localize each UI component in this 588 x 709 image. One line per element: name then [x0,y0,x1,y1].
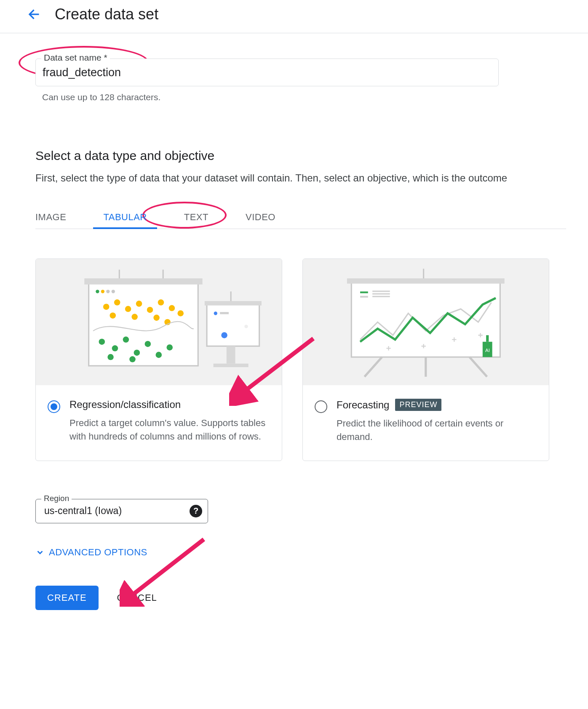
svg-point-26 [156,352,162,358]
svg-point-25 [145,341,151,347]
cancel-button[interactable]: CANCEL [117,592,157,603]
chevron-down-icon [35,548,45,557]
card-illustration: AI [303,259,549,385]
svg-point-12 [136,301,142,307]
svg-point-28 [108,354,114,360]
card-desc-forecasting: Predict the likelihood of certain events… [337,417,537,444]
objective-card-regression[interactable]: Regression/classification Predict a targ… [35,259,282,461]
svg-rect-36 [220,312,229,314]
svg-point-9 [103,304,110,310]
advanced-options-label: ADVANCED OPTIONS [49,547,147,558]
svg-point-6 [101,290,104,293]
section-description: First, select the type of data that your… [35,172,588,184]
dataset-name-helper: Can use up to 128 characters. [42,92,588,102]
tab-text[interactable]: TEXT [184,206,208,229]
section-title: Select a data type and objective [35,149,588,163]
svg-point-23 [123,336,129,343]
svg-point-8 [112,290,115,293]
radio-regression[interactable] [48,400,60,413]
svg-point-24 [134,349,140,356]
svg-rect-1 [89,283,198,366]
svg-line-50 [365,357,382,377]
card-desc-regression: Predict a target column's value. Support… [69,416,270,443]
svg-rect-33 [227,346,235,364]
region-value: us-central1 (Iowa) [44,505,122,517]
svg-point-14 [158,299,164,306]
svg-line-51 [470,357,487,377]
svg-point-35 [214,312,217,315]
svg-rect-44 [372,291,390,292]
svg-rect-2 [84,278,202,285]
svg-rect-40 [347,278,505,283]
card-title-regression: Regression/classification [69,399,181,410]
objective-card-forecasting[interactable]: AI Forecasting PREVIEW [302,259,549,461]
svg-point-16 [178,310,184,317]
svg-point-17 [110,312,116,319]
dataset-name-label: Data set name * [41,53,110,63]
advanced-options-toggle[interactable]: ADVANCED OPTIONS [35,547,588,558]
create-button[interactable]: CREATE [35,586,99,610]
svg-rect-30 [207,304,259,346]
svg-text:AI: AI [485,348,490,353]
svg-rect-31 [205,301,262,305]
help-icon[interactable]: ? [190,505,202,517]
card-illustration [36,259,282,385]
svg-rect-43 [360,296,368,298]
svg-rect-45 [372,293,390,294]
svg-point-21 [99,339,105,345]
svg-point-37 [222,332,228,339]
svg-rect-34 [214,364,249,367]
tab-image[interactable]: IMAGE [35,206,66,229]
svg-point-5 [96,290,99,293]
svg-point-10 [114,299,120,306]
svg-point-27 [167,344,173,351]
svg-point-29 [129,356,136,362]
svg-point-7 [106,290,110,293]
svg-point-18 [132,314,138,320]
tab-video[interactable]: VIDEO [246,206,275,229]
radio-forecasting[interactable] [315,400,327,413]
data-type-tabs: IMAGE TABULAR TEXT VIDEO [35,206,566,229]
page-title: Create data set [55,5,158,23]
svg-point-38 [245,325,248,328]
svg-point-15 [169,305,175,312]
svg-rect-49 [486,335,489,342]
preview-badge: PREVIEW [395,399,441,411]
back-arrow-icon[interactable] [25,5,44,24]
svg-point-22 [112,345,118,352]
svg-rect-46 [372,296,390,297]
region-label: Region [41,494,72,503]
svg-rect-42 [360,291,368,293]
svg-point-11 [125,306,131,312]
card-title-forecasting: Forecasting [337,399,389,411]
svg-point-19 [154,315,160,321]
tab-tabular[interactable]: TABULAR [103,206,147,229]
svg-point-13 [147,307,153,313]
